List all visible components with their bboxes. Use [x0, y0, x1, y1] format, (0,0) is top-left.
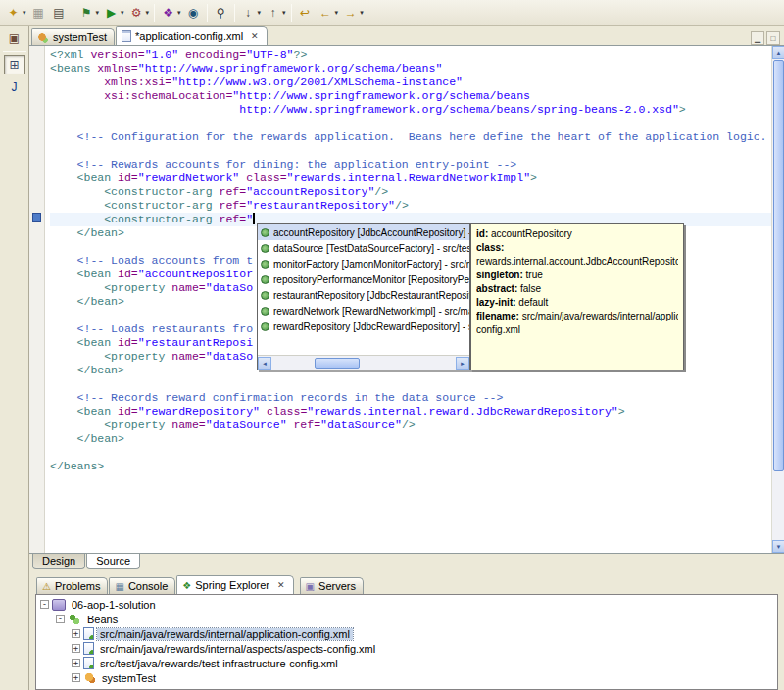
code-line: <constructor-arg ref="accountRepository"…: [50, 185, 771, 199]
tree-expander[interactable]: +: [72, 644, 80, 653]
save-button[interactable]: ▦: [28, 2, 49, 24]
close-view-icon[interactable]: ✕: [276, 580, 286, 590]
close-tab-icon[interactable]: ✕: [250, 31, 260, 41]
external-tools-icon: ⚙: [128, 6, 145, 20]
code-line: <bean id="rewardNetwork" class="rewards.…: [50, 172, 771, 185]
new-wizard-button[interactable]: ✦▾: [3, 2, 28, 24]
restore-view-button[interactable]: ▣: [4, 28, 25, 48]
editor-mode-tab-source[interactable]: Source: [86, 554, 140, 569]
editor-tab-application-config[interactable]: *application-config.xml✕: [116, 26, 268, 45]
web-browser-button[interactable]: ◉: [183, 2, 204, 24]
dropdown-arrow-icon[interactable]: ▾: [146, 9, 150, 17]
code-line: <!-- Records reward confirmation records…: [50, 391, 771, 405]
current-line-marker-icon: [32, 213, 41, 222]
tooltip-field-value: accountRepository: [488, 228, 572, 239]
minimize-view-icon[interactable]: ▁: [751, 31, 764, 45]
completion-item[interactable]: dataSource [TestDataSourceFactory] - src…: [258, 240, 469, 256]
open-perspective-button[interactable]: ⊞: [4, 55, 25, 74]
previous-annotation-button[interactable]: ↑▾: [263, 2, 288, 24]
perspective-strip: ▣⊞J: [0, 26, 29, 690]
dropdown-arrow-icon[interactable]: ▾: [360, 9, 364, 17]
forward-button[interactable]: →▾: [340, 2, 366, 24]
completion-item[interactable]: rewardRepository [JdbcRewardRepository] …: [258, 319, 469, 334]
view-tab-console[interactable]: ▦Console: [109, 577, 175, 594]
project-icon: [52, 599, 66, 611]
tree-label[interactable]: src/test/java/rewards/test-infrastructur…: [97, 658, 341, 669]
scroll-down-icon[interactable]: ▼: [772, 540, 784, 553]
config-icon: [83, 657, 94, 669]
annotation-ruler[interactable]: [29, 46, 45, 553]
tree-expander[interactable]: +: [72, 629, 80, 638]
last-edit-location-button[interactable]: ↩: [295, 2, 316, 24]
external-tools-button[interactable]: ⚙▾: [126, 2, 152, 24]
java-ee-perspective-button[interactable]: J: [4, 77, 25, 97]
dropdown-arrow-icon[interactable]: ▾: [177, 9, 181, 17]
scroll-left-icon[interactable]: ◄: [258, 357, 271, 370]
maximize-view-icon[interactable]: □: [766, 31, 780, 45]
completion-item[interactable]: accountRepository [JdbcAccountRepository…: [258, 224, 469, 240]
dropdown-arrow-icon[interactable]: ▾: [23, 9, 26, 17]
dropdown-arrow-icon[interactable]: ▾: [121, 9, 124, 17]
dropdown-arrow-icon[interactable]: ▾: [96, 9, 100, 17]
dropdown-arrow-icon[interactable]: ▾: [335, 9, 339, 17]
next-annotation-button[interactable]: ↓▾: [238, 2, 264, 24]
tree-label[interactable]: src/main/java/rewards/internal/aspects/a…: [97, 643, 378, 655]
print-icon: ▤: [51, 6, 68, 20]
tooltip-row: singleton: true: [476, 269, 678, 282]
tree-label[interactable]: Beans: [84, 614, 121, 625]
completion-label: restaurantRepository [JdbcRestaurantRepo…: [273, 290, 469, 301]
tree-expander[interactable]: -: [56, 615, 65, 623]
debug-icon: ⚑: [78, 6, 95, 20]
scrollbar-thumb[interactable]: [773, 60, 784, 471]
toolbar-separator: [154, 4, 155, 22]
back-button[interactable]: ←▾: [316, 2, 341, 24]
xml-editor[interactable]: <?xml version="1.0" encoding="UTF-8"?><b…: [29, 46, 784, 553]
tooltip-row: config.xml: [476, 323, 678, 337]
tooltip-field-value: rewards.internal.account.JdbcAccountRepo…: [476, 256, 678, 267]
tooltip-field-label: id:: [476, 228, 488, 239]
completion-item[interactable]: rewardNetwork [RewardNetworkImpl] - src/…: [258, 303, 469, 319]
tree-expander[interactable]: +: [72, 659, 80, 667]
tree-label[interactable]: src/main/java/rewards/internal/applicati…: [97, 628, 353, 640]
editor-tab-systemtest[interactable]: systemTest: [31, 28, 115, 45]
view-tab-spring-explorer[interactable]: ❖Spring Explorer✕: [176, 575, 293, 594]
tree-expander[interactable]: +: [72, 673, 80, 682]
bean-ref-icon: [261, 228, 270, 237]
scroll-up-icon[interactable]: ▲: [772, 46, 784, 59]
search-button[interactable]: ⚲: [211, 2, 231, 24]
popup-horizontal-scrollbar[interactable]: ◄ ►: [258, 355, 469, 370]
new-wizard-icon: ✦: [5, 6, 22, 20]
bean-ref-icon: [261, 322, 270, 331]
editor-vertical-scrollbar[interactable]: ▲ ▼: [771, 46, 784, 553]
bean-ref-icon: [261, 291, 270, 300]
completion-item[interactable]: repositoryPerformanceMonitor [Repository…: [258, 271, 469, 287]
completion-item[interactable]: restaurantRepository [JdbcRestaurantRepo…: [258, 287, 469, 303]
run-button[interactable]: ▶▾: [101, 2, 126, 24]
editor-mode-tab-design[interactable]: Design: [32, 554, 85, 569]
code-line: <beans xmlns="http://www.springframework…: [50, 62, 771, 75]
code-line: <constructor-arg ref="restaurantReposito…: [50, 199, 771, 213]
text-caret: [253, 213, 255, 224]
completion-item[interactable]: monitorFactory [JamonMonitorFactory] - s…: [258, 256, 469, 271]
dropdown-arrow-icon[interactable]: ▾: [258, 9, 262, 17]
dropdown-arrow-icon[interactable]: ▾: [282, 9, 286, 17]
restore-view-icon: ▣: [9, 31, 20, 45]
tree-label[interactable]: systemTest: [99, 672, 159, 684]
debug-button[interactable]: ⚑▾: [76, 2, 102, 24]
bean-ref-icon: [261, 244, 270, 253]
console-icon: ▦: [115, 581, 123, 592]
view-tab-problems[interactable]: ⚠Problems: [36, 577, 108, 594]
spring-explorer-view[interactable]: -06-aop-1-solution-Beans+src/main/java/r…: [35, 594, 778, 690]
tooltip-field-value: config.xml: [476, 324, 520, 335]
editor-tab-label: systemTest: [53, 31, 107, 43]
print-button[interactable]: ▤: [49, 2, 70, 24]
new-web-service-button[interactable]: ❖▾: [158, 2, 183, 24]
code-line: xmlns:xsi="http://www.w3.org/2001/XMLSch…: [50, 75, 771, 89]
tree-expander[interactable]: -: [40, 600, 49, 609]
tree-label[interactable]: 06-aop-1-solution: [69, 599, 159, 611]
xmlfile-file-icon: [122, 30, 131, 42]
last-edit-location-icon: ↩: [297, 6, 314, 20]
popup-scrollbar-thumb[interactable]: [315, 358, 360, 369]
scroll-right-icon[interactable]: ►: [456, 357, 469, 370]
view-tab-servers[interactable]: ▣Servers: [300, 577, 364, 594]
